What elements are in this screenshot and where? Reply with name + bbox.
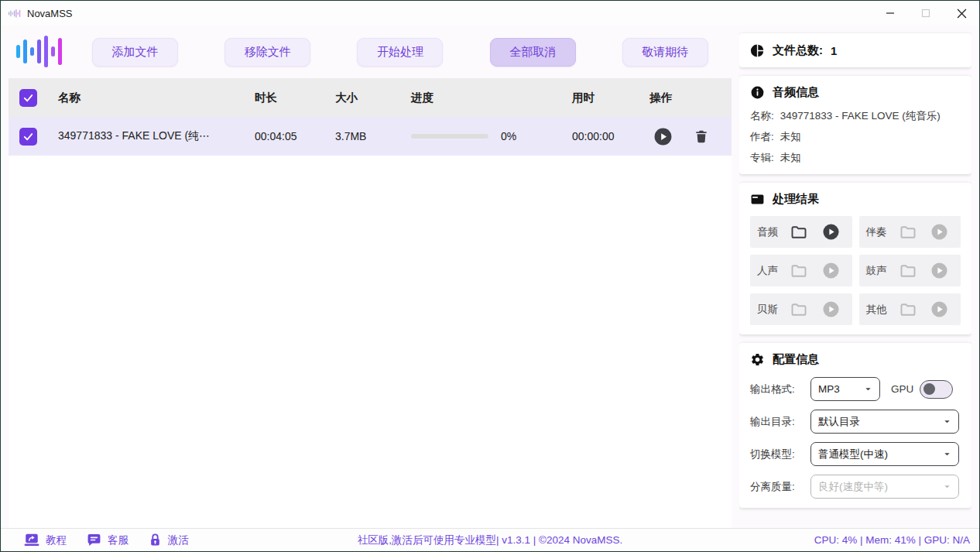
audio-name-label: 名称: <box>750 109 774 123</box>
activate-label: 激活 <box>168 533 189 547</box>
check-icon <box>22 131 34 142</box>
chevron-down-icon <box>943 450 951 458</box>
statusbar: 教程 客服 激活 社区版,激活后可使用专业模型| v1 <box>1 528 979 551</box>
row-play-button[interactable] <box>653 127 673 146</box>
output-format-select[interactable]: MP3 <box>810 377 880 401</box>
select-all-checkbox[interactable] <box>19 89 37 107</box>
audio-info-card: 音频信息 名称: 349771833 - FAKE LOVE (纯音乐) 作者:… <box>739 76 971 174</box>
toggle-thumb <box>923 383 935 395</box>
close-button[interactable] <box>944 1 979 26</box>
support-label: 客服 <box>108 533 128 547</box>
gpu-toggle[interactable] <box>920 380 953 399</box>
file-count-label: 文件总数: <box>773 43 823 58</box>
audio-info-title: 音频信息 <box>773 85 819 100</box>
model-row: 切换模型: 普通模型(中速) <box>750 442 961 466</box>
row-checkbox[interactable] <box>19 128 37 146</box>
maximize-icon <box>921 9 930 18</box>
bass-play-button[interactable] <box>817 300 845 318</box>
vocals-play-button[interactable] <box>817 262 845 279</box>
cancel-all-button[interactable]: 全部取消 <box>490 38 576 67</box>
output-format-value: MP3 <box>818 383 840 395</box>
model-label: 切换模型: <box>750 447 810 461</box>
tutorial-link[interactable]: 教程 <box>24 533 67 547</box>
chevron-down-icon <box>943 417 951 426</box>
header-size[interactable]: 大小 <box>335 91 411 105</box>
check-icon <box>22 92 34 104</box>
accompaniment-play-button[interactable] <box>925 223 954 241</box>
play-icon <box>822 223 840 241</box>
wallet-icon <box>750 192 765 207</box>
play-icon <box>822 262 840 279</box>
audio-name-row: 名称: 349771833 - FAKE LOVE (纯音乐) <box>750 109 961 123</box>
header-duration[interactable]: 时长 <box>255 91 335 105</box>
bass-folder-button[interactable] <box>785 300 814 319</box>
result-label: 人声 <box>757 264 782 278</box>
trash-icon <box>694 129 709 145</box>
result-label: 音频 <box>757 225 782 239</box>
vocals-folder-button[interactable] <box>785 262 814 280</box>
header-name[interactable]: 名称 <box>58 91 255 105</box>
audio-name-value: 349771833 - FAKE LOVE (纯音乐) <box>780 109 941 123</box>
maximize-button[interactable] <box>908 1 944 26</box>
minimize-button[interactable] <box>872 1 908 26</box>
cell-time-used: 00:00:00 <box>572 130 649 142</box>
minimize-icon <box>886 9 895 18</box>
result-tile-other: 其他 <box>859 293 961 325</box>
output-dir-label: 输出目录: <box>750 415 810 429</box>
quality-select: 良好(速度中等) <box>810 475 959 499</box>
accompaniment-folder-button[interactable] <box>894 223 923 242</box>
table-row[interactable]: 349771833 - FAKE LOVE (纯⋯ 00:04:05 3.7MB… <box>9 117 732 156</box>
add-files-button[interactable]: 添加文件 <box>92 38 178 67</box>
window-controls <box>872 1 979 26</box>
output-dir-select[interactable]: 默认目录 <box>810 410 959 434</box>
results-card: 处理结果 音频 伴奏 人声 <box>739 183 971 334</box>
other-play-button[interactable] <box>925 300 954 318</box>
header-time-used[interactable]: 用时 <box>572 91 649 105</box>
config-card: 配置信息 输出格式: MP3 GPU <box>739 343 971 508</box>
play-icon <box>653 127 673 146</box>
play-icon <box>930 223 948 241</box>
audio-album-row: 专辑: 未知 <box>750 151 961 165</box>
row-delete-button[interactable] <box>694 129 709 145</box>
result-label: 其他 <box>866 303 891 317</box>
quality-value: 良好(速度中等) <box>818 480 888 494</box>
result-tile-vocals: 人声 <box>750 255 852 286</box>
header-operations[interactable]: 操作 <box>649 91 732 105</box>
drums-play-button[interactable] <box>925 262 954 279</box>
quality-label: 分离质量: <box>750 480 810 494</box>
folder-icon <box>790 300 808 319</box>
audio-play-button[interactable] <box>817 223 845 241</box>
close-icon <box>957 9 967 19</box>
table-empty-area <box>9 156 732 528</box>
lock-icon <box>149 533 162 547</box>
info-icon <box>750 85 765 100</box>
coming-soon-button[interactable]: 敬请期待 <box>622 38 708 67</box>
model-select[interactable]: 普通模型(中速) <box>810 442 959 466</box>
sidebar: 文件总数: 1 音频信息 名称: 349771833 - FAKE LOVE (… <box>739 26 971 528</box>
other-folder-button[interactable] <box>894 300 923 319</box>
drums-folder-button[interactable] <box>894 262 923 280</box>
output-dir-row: 输出目录: 默认目录 <box>750 410 961 434</box>
play-icon <box>822 300 840 318</box>
activate-link[interactable]: 激活 <box>149 533 189 547</box>
model-value: 普通模型(中速) <box>818 447 888 461</box>
gear-icon <box>750 352 765 367</box>
support-link[interactable]: 客服 <box>87 533 128 547</box>
toolbar: 添加文件 移除文件 开始处理 全部取消 敬请期待 <box>9 26 732 78</box>
config-title: 配置信息 <box>773 352 819 367</box>
audio-album-label: 专辑: <box>750 151 774 165</box>
cell-duration: 00:04:05 <box>255 130 335 142</box>
folder-icon <box>899 262 917 280</box>
result-label: 贝斯 <box>757 303 782 317</box>
header-progress[interactable]: 进度 <box>411 91 572 105</box>
app-icon <box>9 8 22 19</box>
start-processing-button[interactable]: 开始处理 <box>357 38 443 67</box>
window-title: NovaMSS <box>27 8 73 19</box>
result-tile-audio: 音频 <box>750 216 852 248</box>
remove-files-button[interactable]: 移除文件 <box>224 38 310 67</box>
play-icon <box>930 300 948 318</box>
audio-folder-button[interactable] <box>785 223 814 242</box>
waveform-logo-icon <box>12 34 69 70</box>
folder-icon <box>899 223 917 242</box>
results-title: 处理结果 <box>773 192 819 207</box>
